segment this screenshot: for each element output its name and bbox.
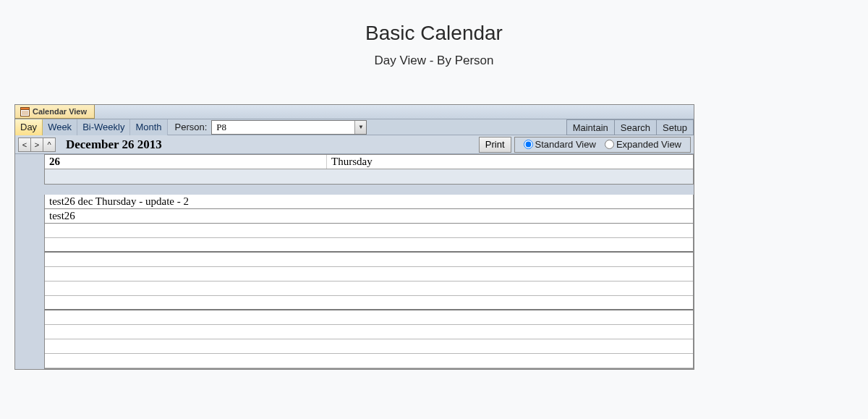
- date-bar: < > ^ December 26 2013 Print Standard Vi…: [15, 135, 694, 154]
- radio-expanded-label: Expanded View: [616, 139, 681, 150]
- search-button[interactable]: Search: [614, 119, 657, 135]
- event-row-empty[interactable]: [45, 296, 693, 310]
- event-row-empty[interactable]: [45, 339, 693, 354]
- event-row-empty[interactable]: [45, 282, 693, 296]
- prev-button[interactable]: <: [18, 137, 31, 152]
- radio-expanded-input[interactable]: [605, 140, 614, 149]
- radio-standard-label: Standard View: [535, 139, 596, 150]
- view-button-month[interactable]: Month: [130, 119, 167, 135]
- event-row-empty[interactable]: [45, 238, 693, 253]
- maintain-button[interactable]: Maintain: [566, 119, 615, 135]
- view-button-week[interactable]: Week: [43, 119, 77, 135]
- view-toolbar: Day Week Bi-Weekly Month Person: P8 ▼ Ma…: [15, 119, 694, 135]
- calendar-window: Calendar View Day Week Bi-Weekly Month P…: [14, 104, 694, 370]
- nav-group: < > ^: [18, 137, 56, 152]
- event-row[interactable]: test26 dec Thursday - update - 2: [45, 195, 693, 209]
- chevron-down-icon: ▼: [354, 121, 366, 134]
- event-row-empty[interactable]: [45, 325, 693, 339]
- event-row-empty[interactable]: [45, 224, 693, 238]
- next-button[interactable]: >: [30, 137, 43, 152]
- radio-standard-view[interactable]: Standard View: [519, 139, 600, 150]
- svg-rect-1: [20, 107, 29, 109]
- event-row-empty[interactable]: [45, 253, 693, 267]
- setup-button[interactable]: Setup: [656, 119, 694, 135]
- page-header: Basic Calendar Day View - By Person: [0, 0, 868, 90]
- person-dropdown[interactable]: P8 ▼: [211, 120, 367, 135]
- view-mode-group: Standard View Expanded View: [514, 137, 691, 153]
- day-name: Thursday: [327, 155, 377, 169]
- day-number: 26: [45, 155, 327, 169]
- window-tab-strip: Calendar View: [15, 105, 694, 119]
- radio-expanded-view[interactable]: Expanded View: [600, 139, 686, 150]
- page-subtitle: Day View - By Person: [0, 54, 868, 68]
- page-title: Basic Calendar: [0, 22, 868, 45]
- event-row[interactable]: test26: [45, 209, 693, 224]
- event-row-empty[interactable]: [45, 267, 693, 282]
- events-list: test26 dec Thursday - update - 2 test26: [44, 195, 694, 369]
- form-icon: [20, 106, 30, 117]
- print-button[interactable]: Print: [479, 137, 511, 153]
- day-header: 26 Thursday: [44, 154, 694, 185]
- calendar-grid: 26 Thursday test26 dec Thursday - update…: [15, 154, 694, 369]
- up-button[interactable]: ^: [43, 137, 56, 152]
- window-tab-label: Calendar View: [33, 107, 87, 116]
- view-button-day[interactable]: Day: [15, 119, 43, 135]
- person-dropdown-value: P8: [212, 122, 354, 133]
- person-label: Person:: [168, 120, 212, 134]
- day-subheader: [45, 169, 693, 184]
- event-row-empty[interactable]: [45, 310, 693, 325]
- event-row-empty[interactable]: [45, 354, 693, 368]
- window-tab-calendar[interactable]: Calendar View: [15, 105, 95, 119]
- view-button-biweekly[interactable]: Bi-Weekly: [77, 119, 130, 135]
- current-date: December 26 2013: [66, 137, 162, 152]
- radio-standard-input[interactable]: [524, 140, 533, 149]
